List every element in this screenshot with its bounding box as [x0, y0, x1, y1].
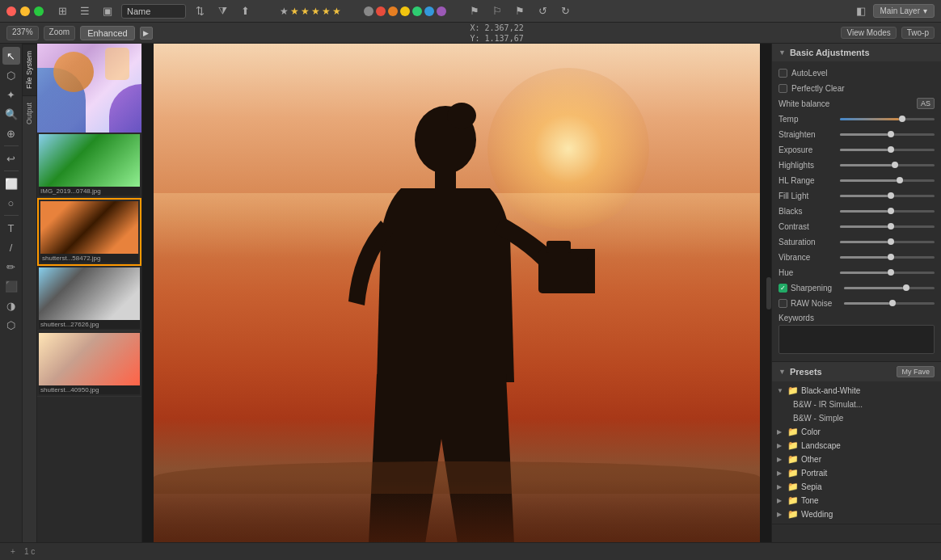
preset-folder-color[interactable]: ▶ 📁 Color	[775, 425, 938, 439]
color-dot-purple[interactable]	[437, 6, 446, 16]
undo-icon[interactable]: ↺	[534, 3, 551, 19]
main-layer-button[interactable]: Main Layer ▾	[873, 4, 935, 18]
sharpening-checkbox[interactable]: ✓	[779, 284, 787, 293]
color-dot-yellow[interactable]	[400, 6, 410, 16]
straighten-row: Straighten	[779, 127, 935, 141]
center-canvas[interactable]	[142, 44, 771, 542]
star-2[interactable]: ★	[290, 6, 299, 17]
star-5[interactable]: ★	[322, 6, 331, 17]
preset-folder-bw[interactable]: ▼ 📁 Black-and-White	[775, 384, 938, 398]
history-tool[interactable]: ↩	[2, 149, 20, 167]
minimize-button[interactable]	[20, 6, 30, 16]
lens-tool[interactable]: ⊕	[2, 124, 20, 142]
star-rating[interactable]: ★ ★ ★ ★ ★ ★	[280, 6, 341, 17]
zoom-button[interactable]: Zoom	[44, 26, 76, 40]
star-1[interactable]: ★	[280, 6, 289, 17]
reject-icon[interactable]: ⚑	[511, 3, 529, 19]
rectangle-tool[interactable]: ⬜	[2, 175, 20, 192]
redo-icon[interactable]: ↻	[556, 3, 574, 19]
list-view-icon[interactable]: ☰	[76, 3, 94, 19]
thumbnail-item-3[interactable]: shutterst...27626.jpg	[37, 266, 141, 331]
preset-folder-portrait[interactable]: ▶ 📁 Portrait	[775, 466, 938, 480]
fill-tool[interactable]: ⬛	[2, 277, 20, 295]
single-view-icon[interactable]: ▣	[99, 3, 116, 19]
preset-folder-tone[interactable]: ▶ 📁 Tone	[775, 494, 938, 507]
preset-folder-other[interactable]: ▶ 📁 Other	[775, 453, 938, 466]
svg-rect-6	[546, 241, 571, 253]
zoom-tool[interactable]: 🔍	[2, 105, 20, 123]
color-dot-gray[interactable]	[364, 6, 373, 16]
enhanced-button[interactable]: Enhanced	[80, 26, 135, 40]
text-tool[interactable]: T	[2, 219, 20, 237]
vibrance-slider[interactable]	[840, 256, 935, 259]
hue-slider[interactable]	[840, 272, 935, 274]
highlights-slider[interactable]	[840, 164, 935, 166]
preset-folder-landscape[interactable]: ▶ 📁 Landscape	[775, 439, 938, 453]
canvas-drag-handle[interactable]	[766, 277, 771, 309]
add-icon[interactable]: +	[6, 545, 19, 558]
side-tabs: File System Output	[23, 44, 37, 542]
ellipse-tool[interactable]: ○	[2, 194, 20, 212]
clone-tool[interactable]: ⬡	[2, 316, 20, 334]
star-3[interactable]: ★	[301, 6, 310, 17]
layer-icon[interactable]: ◧	[852, 3, 870, 19]
color-dot-orange[interactable]	[388, 6, 398, 16]
temp-slider[interactable]	[840, 118, 935, 120]
saturation-slider[interactable]	[840, 241, 935, 243]
upload-icon[interactable]: ⬆	[236, 3, 254, 19]
straighten-slider[interactable]	[840, 133, 935, 136]
output-tab[interactable]: Output	[23, 95, 36, 131]
presets-title: Presets	[790, 367, 893, 377]
raw-noise-slider[interactable]	[844, 302, 935, 305]
panel-arrow-button[interactable]: ▶	[140, 27, 153, 40]
my-fave-button[interactable]: My Fave	[897, 366, 935, 377]
hl-range-slider[interactable]	[840, 179, 935, 182]
sort-icon[interactable]: ⇅	[191, 3, 209, 19]
heal-tool[interactable]: ✦	[2, 86, 20, 103]
maximize-button[interactable]	[34, 6, 44, 16]
view-modes-button[interactable]: View Modes	[841, 27, 896, 39]
vibrance-row: Vibrance	[779, 250, 935, 264]
filter-icon[interactable]: ⧩	[213, 3, 231, 19]
select-tool[interactable]: ↖	[2, 47, 20, 65]
line-tool[interactable]: /	[2, 238, 20, 256]
preset-bw-simple[interactable]: B&W - Simple	[775, 411, 938, 425]
contrast-slider[interactable]	[840, 225, 935, 228]
thumbnail-item-4[interactable]: shutterst...40950.jpg	[37, 331, 141, 397]
fill-light-slider[interactable]	[840, 195, 935, 197]
bw-folder-icon: 📁	[787, 385, 799, 396]
thumbnail-item-1[interactable]: IMG_2019...0748.jpg	[37, 133, 141, 198]
brush-tool[interactable]: ✏	[2, 258, 20, 276]
raw-noise-checkbox[interactable]	[779, 299, 787, 308]
blacks-slider[interactable]	[840, 210, 935, 213]
color-dot-red[interactable]	[376, 6, 386, 16]
color-dot-green[interactable]	[412, 6, 422, 16]
name-input[interactable]	[121, 4, 186, 19]
preset-bw-ir[interactable]: B&W - IR Simulat...	[775, 398, 938, 411]
file-system-tab[interactable]: File System	[23, 44, 36, 95]
keywords-input[interactable]	[779, 325, 935, 354]
grid-view-icon[interactable]: ⊞	[53, 3, 71, 19]
basic-adjustments-header[interactable]: ▼ Basic Adjustments	[772, 44, 941, 61]
preset-tree: ▼ 📁 Black-and-White B&W - IR Simulat... …	[772, 381, 941, 524]
white-balance-button[interactable]: AS	[917, 98, 935, 109]
flag-icon[interactable]: ⚑	[466, 3, 483, 19]
preset-folder-wedding[interactable]: ▶ 📁 Wedding	[775, 507, 938, 521]
star-4[interactable]: ★	[311, 6, 320, 17]
two-pane-button[interactable]: Two-p	[901, 27, 935, 39]
unflag-icon[interactable]: ⚐	[488, 3, 506, 19]
gradient-tool[interactable]: ◑	[2, 297, 20, 314]
sharpening-slider[interactable]	[844, 287, 935, 289]
color-dot-blue[interactable]	[424, 6, 434, 16]
thumbnail-item-2[interactable]: shutterst...58472.jpg	[37, 198, 141, 266]
crop-tool[interactable]: ⬡	[2, 66, 20, 84]
exposure-slider[interactable]	[840, 149, 935, 151]
presets-header[interactable]: ▼ Presets My Fave	[772, 362, 941, 381]
zoom-level[interactable]: 237%	[6, 26, 39, 40]
close-button[interactable]	[6, 6, 16, 16]
highlights-row: Highlights	[779, 158, 935, 172]
perfectly-clear-checkbox[interactable]	[779, 84, 787, 93]
preset-folder-sepia[interactable]: ▶ 📁 Sepia	[775, 480, 938, 494]
star-6[interactable]: ★	[332, 6, 341, 17]
autolevel-checkbox[interactable]	[779, 69, 787, 78]
